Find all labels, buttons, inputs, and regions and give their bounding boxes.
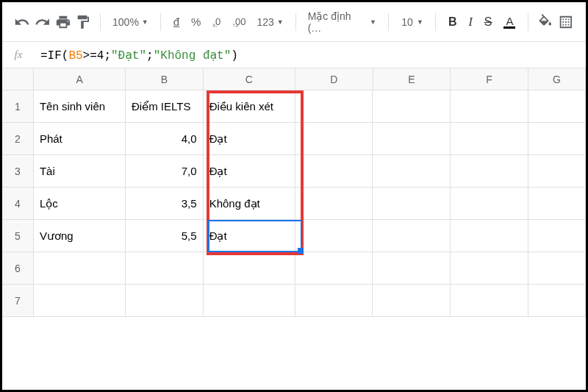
paint-format-icon[interactable] <box>75 14 91 30</box>
font-size-dropdown[interactable]: 10▼ <box>398 16 426 28</box>
cell-D7[interactable] <box>295 285 373 317</box>
cell-D2[interactable] <box>295 123 373 155</box>
font-dropdown[interactable]: Mặc định (…▼ <box>305 10 379 34</box>
cell-A6[interactable] <box>34 252 126 285</box>
formula-suffix: ) <box>231 49 238 63</box>
borders-button[interactable] <box>558 14 574 30</box>
cell-E3[interactable] <box>373 155 451 188</box>
cell-E6[interactable] <box>373 252 451 285</box>
font-size-value: 10 <box>401 16 414 28</box>
row-header-4[interactable]: 4 <box>2 188 34 220</box>
col-header-A[interactable]: A <box>34 68 126 90</box>
cell-C2[interactable]: Đạt <box>204 123 295 155</box>
cell-C4[interactable]: Không đạt <box>204 188 295 220</box>
formula-str1: "Đạt" <box>111 49 146 63</box>
divider <box>160 13 161 31</box>
cell-B3[interactable]: 7,0 <box>126 155 204 188</box>
row-header-3[interactable]: 3 <box>2 155 34 188</box>
col-header-E[interactable]: E <box>373 68 451 90</box>
cell-F6[interactable] <box>451 252 528 285</box>
text-color-button[interactable]: A <box>500 15 519 29</box>
currency-format-button[interactable]: đ <box>170 15 183 28</box>
cell-A5[interactable]: Vương <box>34 220 126 252</box>
cell-F3[interactable] <box>451 155 528 188</box>
col-header-D[interactable]: D <box>295 68 373 90</box>
cell-C5[interactable]: Đạt <box>204 220 295 252</box>
divider <box>100 13 101 31</box>
divider <box>295 13 296 31</box>
cell-A3[interactable]: Tài <box>34 155 126 188</box>
cell-A7[interactable] <box>34 285 126 317</box>
cell-D6[interactable] <box>295 252 373 285</box>
fx-label: fx <box>2 49 35 61</box>
italic-button[interactable]: I <box>465 15 476 29</box>
divider <box>435 13 436 31</box>
cell-F2[interactable] <box>451 123 528 155</box>
bold-button[interactable]: B <box>445 15 461 29</box>
cell-E4[interactable] <box>373 188 451 220</box>
row-header-1[interactable]: 1 <box>2 90 34 123</box>
cell-E5[interactable] <box>373 220 451 252</box>
cell-B1[interactable]: Điểm IELTS <box>126 90 204 123</box>
cell-B6[interactable] <box>126 252 204 285</box>
redo-icon[interactable] <box>35 14 51 30</box>
undo-icon[interactable] <box>14 14 30 30</box>
formula-input[interactable]: =IF(B5>=4;"Đạt";"Không đạt") <box>35 45 586 65</box>
cell-B7[interactable] <box>126 285 204 317</box>
select-all-corner[interactable] <box>2 68 34 90</box>
cell-D3[interactable] <box>295 155 373 188</box>
strikethrough-button[interactable]: S <box>481 15 496 29</box>
font-value: Mặc định (… <box>308 10 367 34</box>
cell-G7[interactable] <box>528 285 586 317</box>
cell-E7[interactable] <box>373 285 451 317</box>
cell-B5[interactable]: 5,5 <box>126 220 204 252</box>
cell-G1[interactable] <box>528 90 586 123</box>
cell-D4[interactable] <box>295 188 373 220</box>
cell-C3[interactable]: Đạt <box>204 155 295 188</box>
formula-sep: ; <box>146 49 154 63</box>
col-header-G[interactable]: G <box>528 68 586 90</box>
cell-A1[interactable]: Tên sinh viên <box>34 90 126 123</box>
cell-D1[interactable] <box>295 90 373 123</box>
cell-F7[interactable] <box>451 285 528 317</box>
cell-G5[interactable] <box>528 220 586 252</box>
col-header-F[interactable]: F <box>451 68 528 90</box>
cell-B4[interactable]: 3,5 <box>126 188 204 220</box>
decrease-decimal-button[interactable]: .0← <box>209 16 224 27</box>
numfmt-label: 123 <box>257 16 273 28</box>
cell-E2[interactable] <box>373 123 451 155</box>
cell-G6[interactable] <box>528 252 586 285</box>
row-header-2[interactable]: 2 <box>2 123 34 155</box>
cell-E1[interactable] <box>373 90 451 123</box>
formula-bar: fx =IF(B5>=4;"Đạt";"Không đạt") <box>2 42 586 68</box>
fill-color-button[interactable] <box>537 14 553 30</box>
divider <box>388 13 389 31</box>
cell-G3[interactable] <box>528 155 586 188</box>
cell-F1[interactable] <box>451 90 528 123</box>
cell-B2[interactable]: 4,0 <box>126 123 204 155</box>
zoom-value: 100% <box>112 16 139 28</box>
cell-G4[interactable] <box>528 188 586 220</box>
increase-decimal-button[interactable]: .00→ <box>229 16 249 27</box>
divider <box>528 13 528 31</box>
row-header-7[interactable]: 7 <box>2 285 34 317</box>
cell-G2[interactable] <box>528 123 586 155</box>
number-format-dropdown[interactable]: 123▼ <box>254 16 286 28</box>
print-icon[interactable] <box>55 14 71 30</box>
cell-F5[interactable] <box>451 220 528 252</box>
zoom-dropdown[interactable]: 100%▼ <box>110 16 151 28</box>
cell-C6[interactable] <box>204 252 295 285</box>
formula-mid: >=4; <box>83 49 111 63</box>
spreadsheet-grid: A B C D E F G 1 Tên sinh viên Điểm IELTS… <box>2 68 586 317</box>
row-header-6[interactable]: 6 <box>2 252 34 285</box>
percent-format-button[interactable]: % <box>187 15 204 28</box>
cell-A4[interactable]: Lộc <box>34 188 126 220</box>
col-header-B[interactable]: B <box>126 68 204 90</box>
cell-A2[interactable]: Phát <box>34 123 126 155</box>
cell-D5[interactable] <box>295 220 373 252</box>
col-header-C[interactable]: C <box>204 68 295 90</box>
cell-C7[interactable] <box>204 285 295 317</box>
cell-F4[interactable] <box>451 188 528 220</box>
row-header-5[interactable]: 5 <box>2 220 34 252</box>
cell-C1[interactable]: Điều kiên xét <box>204 90 295 123</box>
